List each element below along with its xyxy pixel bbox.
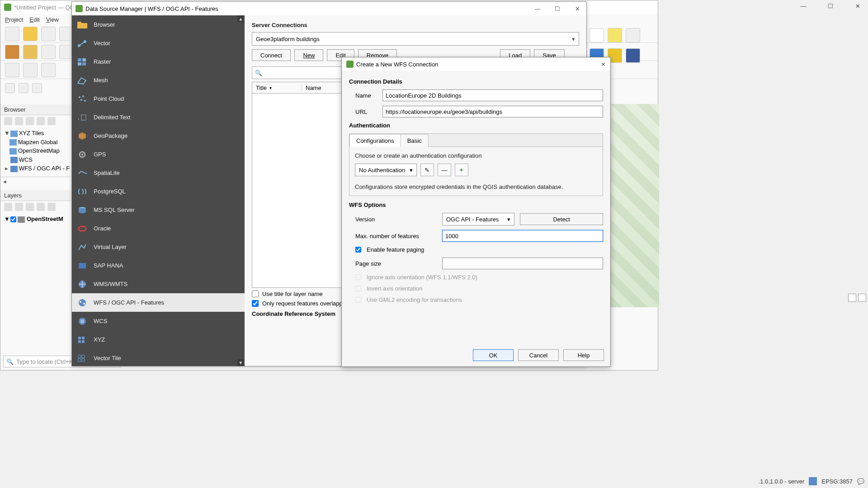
connect-button[interactable]: Connect [252, 49, 291, 61]
paging-checkbox[interactable] [355, 247, 361, 253]
tool-j[interactable] [32, 83, 42, 93]
browser-tree[interactable]: ▼ XYZ Tiles Mapzen Global OpenStreetMap … [0, 127, 73, 175]
tool-e[interactable] [5, 63, 19, 77]
page-size-input[interactable] [442, 258, 603, 269]
invert-axis-checkbox [355, 286, 361, 291]
maximize-icon[interactable]: ☐ [824, 3, 837, 9]
map-btn-b[interactable] [858, 294, 866, 302]
menu-edit[interactable]: Edit [29, 16, 39, 23]
detect-button[interactable]: Detect [520, 213, 603, 225]
tool-open[interactable] [23, 27, 38, 41]
ds-item-csv[interactable]: ,Delimited Text [72, 108, 245, 127]
map-canvas[interactable] [609, 104, 659, 307]
tab-basic[interactable]: Basic [401, 134, 429, 147]
layers-style-icon[interactable] [4, 203, 12, 211]
tab-configurations[interactable]: Configurations [349, 134, 401, 147]
help-button[interactable]: Help [563, 349, 604, 361]
ds-item-spatialite[interactable]: SpatiaLite [72, 164, 245, 182]
tree-osm[interactable]: OpenStreetMap [3, 146, 70, 155]
layers-add-icon[interactable] [15, 203, 23, 211]
tree-xyz-tiles[interactable]: ▼ XYZ Tiles [3, 129, 70, 138]
ds-item-wcs[interactable]: WCS [72, 312, 245, 330]
layer-visibility-checkbox[interactable] [10, 216, 16, 222]
dsm-titlebar[interactable]: Data Source Manager | WFS / OGC API - Fe… [72, 2, 586, 15]
tree-wcs[interactable]: WCS [3, 155, 70, 164]
ds-item-wfs[interactable]: WFS / OGC API - Features [72, 293, 245, 312]
ds-item-pg[interactable]: PostgreSQL [72, 182, 245, 201]
ds-item-oracle[interactable]: Oracle [72, 219, 245, 238]
auth-add-button[interactable]: ＋ [455, 164, 468, 176]
tree-mapzen[interactable]: Mapzen Global [3, 138, 70, 147]
ds-item-virtual[interactable]: Virtual Layer [72, 238, 245, 256]
minimize-icon[interactable]: — [532, 5, 543, 12]
ds-item-pointcloud[interactable]: Point Cloud [72, 89, 245, 108]
tool-zoom[interactable] [626, 28, 640, 42]
cancel-button[interactable]: Cancel [518, 349, 559, 361]
layers-filter-icon[interactable] [37, 203, 45, 211]
tool-tips[interactable] [608, 28, 622, 42]
tool-i[interactable] [19, 83, 28, 93]
browser-props-icon[interactable] [47, 117, 56, 125]
tool-g[interactable] [41, 63, 56, 77]
ok-button[interactable]: OK [473, 349, 514, 361]
close-icon[interactable]: ✕ [572, 5, 583, 12]
menu-project[interactable]: Project [5, 16, 23, 23]
scroll-down-icon[interactable]: ▾ [237, 359, 244, 366]
map-btn-a[interactable] [848, 294, 856, 302]
tool-help[interactable] [626, 48, 640, 63]
connection-select[interactable]: Geoe3platform buildings ▾ [252, 32, 579, 46]
browser-add-icon[interactable] [4, 117, 12, 125]
close-icon[interactable]: ✕ [851, 3, 864, 9]
tool-measure[interactable] [590, 28, 604, 42]
tool-new[interactable] [5, 27, 19, 41]
browser-filter-icon[interactable] [26, 117, 34, 125]
ds-item-mesh[interactable]: Mesh [72, 71, 245, 89]
ds-item-hana[interactable]: SAP HANA [72, 256, 245, 275]
auth-remove-button[interactable]: — [438, 164, 451, 176]
auth-edit-button[interactable]: ✎ [420, 164, 434, 176]
ds-item-wms[interactable]: WMS/WMTS [72, 275, 245, 293]
ds-item-gpkg[interactable]: GeoPackage [72, 127, 245, 145]
layer-osm-label[interactable]: OpenStreetM [27, 216, 63, 222]
ds-item-mssql[interactable]: MS SQL Server [72, 201, 245, 219]
tool-c[interactable] [41, 45, 56, 59]
dsm-sidebar[interactable]: ▴ BrowserVectorRasterMeshPoint Cloud,Del… [72, 15, 245, 366]
tool-save[interactable] [41, 27, 56, 41]
ds-item-raster[interactable]: Raster [72, 52, 245, 71]
layers-list[interactable]: ▼ OpenStreetM [0, 213, 73, 225]
ds-item-xyz[interactable]: XYZ [72, 330, 245, 349]
tool-f[interactable] [23, 63, 38, 77]
layers-eye-icon[interactable] [26, 203, 34, 211]
column-title[interactable]: Title▾ [252, 84, 302, 91]
scroll-left-icon[interactable]: ◂ [0, 177, 9, 186]
max-features-input[interactable] [442, 230, 603, 242]
auth-config-select[interactable]: No Authentication▾ [355, 164, 417, 176]
menu-view[interactable]: View [46, 16, 59, 23]
minimize-icon[interactable]: — [797, 3, 810, 9]
ds-item-vector[interactable]: Vector [72, 34, 245, 52]
browser-collapse-icon[interactable] [37, 117, 45, 125]
name-input[interactable] [382, 89, 603, 101]
tool-a[interactable] [5, 45, 19, 59]
maximize-icon[interactable]: ☐ [552, 5, 563, 12]
url-input[interactable] [382, 106, 603, 117]
crs-icon[interactable] [809, 477, 817, 485]
ds-item-vtile[interactable]: Vector Tile [72, 349, 245, 366]
messages-icon[interactable]: 💬 [857, 478, 864, 485]
use-title-checkbox[interactable] [252, 291, 259, 297]
version-select[interactable]: OGC API - Features▾ [442, 213, 514, 225]
browser-refresh-icon[interactable] [15, 117, 23, 125]
tool-b[interactable] [23, 45, 38, 59]
status-epsg[interactable]: EPSG:3857 [821, 478, 853, 485]
close-icon[interactable]: ✕ [601, 61, 606, 68]
ds-item-folder[interactable]: Browser [72, 15, 245, 34]
layers-expr-icon[interactable] [47, 203, 56, 211]
wfs-titlebar[interactable]: Create a New WFS Connection ✕ [342, 57, 610, 71]
overlap-checkbox[interactable] [252, 300, 259, 307]
ds-item-gps[interactable]: GPS [72, 145, 245, 164]
scroll-up-icon[interactable]: ▴ [237, 15, 244, 22]
tool-h[interactable] [5, 83, 15, 93]
tree-wfs[interactable]: ▸ WFS / OGC API - F [3, 164, 70, 173]
layers-panel-title: Layers [0, 190, 73, 201]
new-button[interactable]: New [294, 49, 323, 61]
